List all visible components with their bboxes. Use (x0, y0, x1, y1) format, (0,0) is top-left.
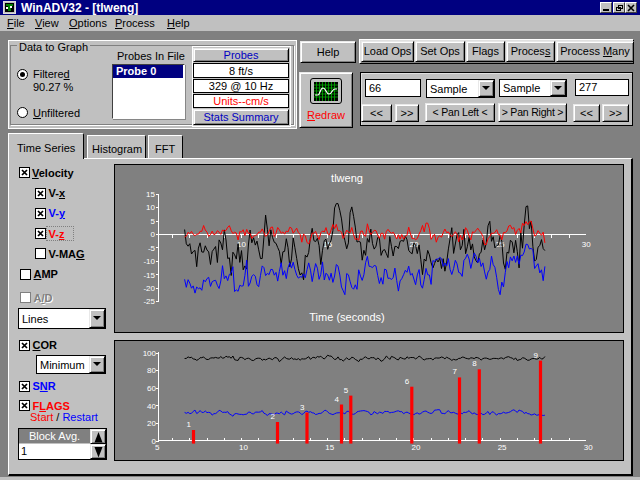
svg-text:7: 7 (453, 367, 458, 376)
svg-text:-20: -20 (143, 284, 155, 293)
svg-text:-10: -10 (143, 257, 155, 266)
svg-text:15: 15 (146, 190, 155, 199)
svg-text:4: 4 (335, 395, 340, 404)
svg-text:-5: -5 (148, 244, 156, 253)
svg-text:80: 80 (147, 366, 156, 375)
svg-text:Time (seconds): Time (seconds) (309, 311, 384, 323)
svg-text:25: 25 (498, 443, 507, 452)
svg-text:-15: -15 (143, 271, 155, 280)
svg-text:30: 30 (584, 443, 593, 452)
svg-text:20: 20 (147, 419, 156, 428)
svg-text:5: 5 (344, 386, 349, 395)
svg-text:15: 15 (325, 443, 334, 452)
svg-text:5: 5 (155, 443, 160, 452)
svg-text:6: 6 (405, 377, 410, 386)
svg-text:3: 3 (300, 403, 305, 412)
svg-text:30: 30 (582, 240, 591, 249)
svg-text:100: 100 (143, 349, 157, 358)
svg-text:20: 20 (411, 443, 420, 452)
svg-text:5: 5 (151, 217, 156, 226)
svg-text:1: 1 (187, 420, 192, 429)
svg-text:60: 60 (147, 384, 156, 393)
svg-text:tlweng: tlweng (331, 172, 363, 184)
svg-text:10: 10 (239, 443, 248, 452)
svg-text:9: 9 (534, 351, 539, 360)
svg-text:-25: -25 (143, 297, 155, 306)
svg-text:10: 10 (146, 203, 155, 212)
svg-text:25: 25 (496, 240, 505, 249)
svg-text:2: 2 (271, 412, 276, 421)
svg-text:8: 8 (472, 359, 477, 368)
svg-text:0: 0 (151, 230, 156, 239)
svg-text:40: 40 (147, 402, 156, 411)
